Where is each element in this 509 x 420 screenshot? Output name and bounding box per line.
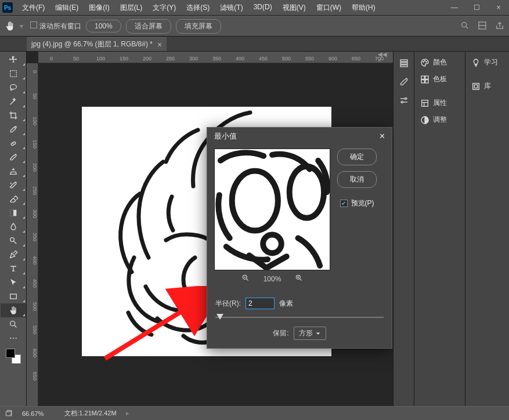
search-icon[interactable] <box>460 21 470 32</box>
menu-file[interactable]: 文件(F) <box>17 1 49 15</box>
zoom-value[interactable]: 100% <box>86 20 121 32</box>
share-icon[interactable] <box>495 21 504 32</box>
cancel-button[interactable]: 取消 <box>337 171 377 188</box>
tool-panel: ⋯ <box>0 52 27 406</box>
gradient-tool[interactable] <box>1 206 26 220</box>
menu-view[interactable]: 视图(V) <box>278 1 311 15</box>
document-tab[interactable]: jpg (4).jpg @ 66.7% (图层 1, RGB/8#) * × <box>27 37 167 51</box>
blur-tool[interactable] <box>1 220 26 234</box>
window-controls: — ☐ × <box>446 2 507 13</box>
marquee-tool[interactable] <box>1 67 26 81</box>
panel-collapse-chevron[interactable]: ◀◀ × <box>378 53 392 62</box>
crop-tool[interactable] <box>1 108 26 122</box>
document-tab-label: jpg (4).jpg @ 66.7% (图层 1, RGB/8#) * <box>31 39 153 49</box>
svg-rect-6 <box>10 210 13 216</box>
status-bar: 66.67% 文档:1.21M/2.42M ▸ <box>0 406 509 420</box>
minimize-button[interactable]: — <box>446 2 463 13</box>
preview-zoom-in[interactable] <box>295 274 303 284</box>
healing-tool[interactable] <box>1 136 26 150</box>
preserve-label: 保留: <box>273 328 288 338</box>
dodge-tool[interactable] <box>1 234 26 248</box>
svg-point-3 <box>10 85 16 89</box>
svg-rect-31 <box>473 83 479 89</box>
app-logo: Ps <box>2 2 13 13</box>
brush-tool[interactable] <box>1 150 26 164</box>
menu-select[interactable]: 选择(S) <box>182 1 214 15</box>
menu-image[interactable]: 图像(I) <box>84 1 114 15</box>
fit-screen-button[interactable]: 适合屏幕 <box>126 19 171 34</box>
fill-screen-button[interactable]: 填充屏幕 <box>176 19 221 34</box>
preview-zoom-label: 100% <box>263 275 281 283</box>
adjustments-icon <box>420 115 429 125</box>
type-tool[interactable] <box>1 262 26 276</box>
lasso-tool[interactable] <box>1 81 26 95</box>
svg-point-7 <box>10 238 14 242</box>
status-layers-icon[interactable] <box>5 409 13 418</box>
svg-rect-25 <box>421 76 424 79</box>
maximize-button[interactable]: ☐ <box>468 2 485 13</box>
arrange-icon[interactable] <box>478 21 487 32</box>
ruler-vertical: 050100150200250300350400450500550600650 <box>27 63 38 406</box>
svg-point-21 <box>401 102 403 103</box>
settings-panel-icon[interactable] <box>396 92 412 108</box>
svg-point-14 <box>263 235 281 254</box>
menu-help[interactable]: 帮助(H) <box>347 1 380 15</box>
document-tab-bar: jpg (4).jpg @ 66.7% (图层 1, RGB/8#) * × <box>0 37 509 52</box>
eyedropper-tool[interactable] <box>1 122 26 136</box>
history-panel-icon[interactable] <box>396 55 412 71</box>
chevron-down-icon <box>315 331 321 336</box>
panel-properties[interactable]: 属性 <box>414 95 465 111</box>
ruler-horizontal: 0501001502002503003504004505005506006507… <box>38 52 393 63</box>
zoom-tool[interactable] <box>1 317 26 331</box>
dialog-titlebar[interactable]: 最小值 × <box>207 128 392 145</box>
menu-window[interactable]: 窗口(W) <box>312 1 346 15</box>
preserve-select[interactable]: 方形 <box>294 327 326 340</box>
preview-checkbox[interactable]: ✔ <box>340 200 348 207</box>
svg-point-23 <box>424 60 425 61</box>
panel-adjustments[interactable]: 调整 <box>414 111 465 128</box>
menu-bar: 文件(F) 编辑(E) 图像(I) 图层(L) 文字(Y) 选择(S) 滤镜(T… <box>17 1 380 15</box>
brush-panel-icon[interactable] <box>396 74 412 90</box>
dialog-title: 最小值 <box>214 131 237 142</box>
hand-icon <box>5 21 15 31</box>
eraser-tool[interactable] <box>1 192 26 206</box>
close-button[interactable]: × <box>490 2 507 13</box>
panel-learn[interactable]: 学习 <box>465 54 509 71</box>
magic-wand-tool[interactable] <box>1 95 26 108</box>
preview-zoom-out[interactable] <box>241 274 250 284</box>
svg-point-20 <box>405 98 406 100</box>
dialog-close-button[interactable]: × <box>380 131 385 142</box>
scroll-all-checkbox[interactable] <box>30 21 37 28</box>
panel-libraries[interactable]: 库 <box>465 78 509 95</box>
menu-3d[interactable]: 3D(D) <box>249 1 277 15</box>
main-area: ⋯ 05010015020025030035040045050055060065… <box>0 52 509 406</box>
minimum-filter-dialog: 最小值 × <box>207 127 392 349</box>
document-tab-close[interactable]: × <box>157 40 162 49</box>
svg-point-24 <box>426 61 427 62</box>
move-tool[interactable] <box>1 53 26 67</box>
right-panel-group-1: 颜色 色板 属性 调整 <box>414 52 465 406</box>
filter-preview[interactable] <box>214 149 330 270</box>
rectangle-tool[interactable] <box>1 289 26 303</box>
clone-stamp-tool[interactable] <box>1 164 26 178</box>
color-swatches[interactable] <box>6 349 21 364</box>
status-doc-size: 文档:1.21M/2.42M <box>64 409 116 418</box>
status-zoom[interactable]: 66.67% <box>22 410 44 417</box>
svg-point-9 <box>10 321 15 326</box>
radius-input[interactable] <box>246 298 275 309</box>
path-select-tool[interactable] <box>1 276 26 289</box>
hand-tool[interactable] <box>1 303 26 317</box>
pen-tool[interactable] <box>1 248 26 262</box>
menu-filter[interactable]: 滤镜(T) <box>215 1 247 15</box>
panel-properties-label: 属性 <box>433 98 447 108</box>
menu-type[interactable]: 文字(Y) <box>148 1 181 15</box>
foreground-swatch[interactable] <box>6 349 15 358</box>
menu-layer[interactable]: 图层(L) <box>115 1 147 15</box>
panel-swatches[interactable]: 色板 <box>414 71 465 88</box>
panel-color[interactable]: 颜色 <box>414 54 465 71</box>
ok-button[interactable]: 确定 <box>337 149 377 165</box>
menu-edit[interactable]: 编辑(E) <box>50 1 83 15</box>
radius-slider[interactable] <box>215 313 384 322</box>
history-brush-tool[interactable] <box>1 178 26 192</box>
edit-toolbar[interactable]: ⋯ <box>1 331 26 345</box>
